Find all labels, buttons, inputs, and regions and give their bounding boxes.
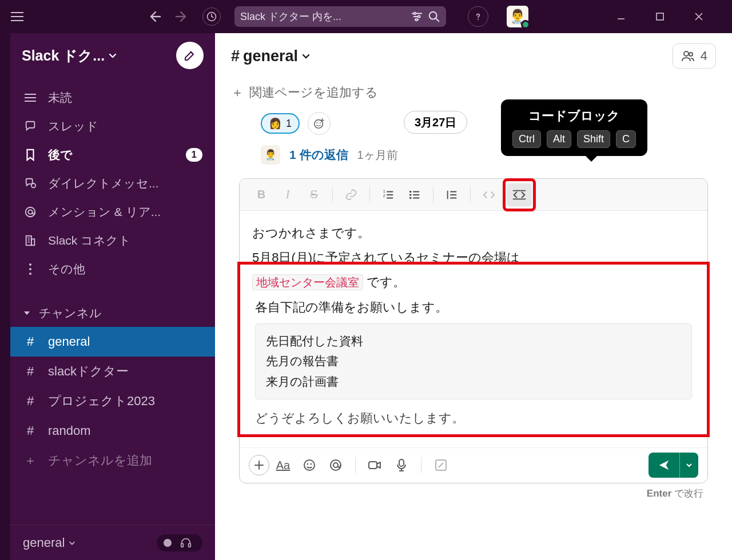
user-avatar[interactable]: 👨‍⚕️	[507, 6, 528, 27]
bullet-list-button[interactable]	[402, 183, 427, 206]
composer-textarea[interactable]: おつかれさまです。 5月8日(月)に予定されているセミナーの会場は 地域センター…	[240, 211, 707, 447]
bold-button[interactable]: B	[249, 183, 274, 206]
forward-button[interactable]	[169, 5, 194, 28]
svg-point-32	[333, 463, 338, 467]
svg-point-21	[316, 122, 317, 123]
back-button[interactable]	[142, 5, 167, 28]
toolbar-separator	[470, 187, 471, 203]
filter-icon[interactable]	[411, 10, 423, 23]
main-area: # general 4 ＋ 関連ページを追加する 👩 1	[215, 33, 732, 560]
channel-slackdoctor[interactable]: # slackドクター	[10, 357, 215, 386]
sidebar-item-unread[interactable]: 未読	[10, 83, 215, 112]
headphones-icon[interactable]	[180, 537, 197, 549]
svg-point-9	[28, 210, 32, 214]
date-divider[interactable]: 3月27日	[404, 111, 467, 134]
members-button[interactable]: 4	[673, 43, 716, 69]
formatting-toggle-button[interactable]: Aa	[270, 453, 296, 478]
code-block-button-highlight	[503, 178, 536, 211]
record-icon[interactable]	[162, 538, 180, 548]
chevron-down-icon	[68, 539, 76, 547]
reply-row[interactable]: 👨‍⚕️ 1 件の返信 1ヶ月前	[261, 145, 716, 165]
strike-button[interactable]: S	[301, 183, 327, 206]
search-placeholder: Slack ドクター 内を...	[240, 10, 406, 23]
sidebar-footer: general	[10, 525, 215, 560]
reply-link[interactable]: 1 件の返信	[289, 147, 348, 163]
svg-point-2	[418, 15, 420, 18]
svg-point-13	[29, 268, 31, 270]
channel-project2023[interactable]: # プロジェクト2023	[10, 386, 215, 416]
code-block: 先日配付した資料 先月の報告書 来月の計画書	[255, 323, 692, 399]
minimize-button[interactable]	[616, 12, 635, 21]
toolbar-separator	[355, 457, 356, 473]
channel-general[interactable]: # general	[10, 327, 215, 357]
close-button[interactable]	[694, 12, 713, 21]
mention-button[interactable]	[323, 453, 348, 478]
send-button[interactable]	[649, 453, 698, 478]
sidebar-item-mentions[interactable]: メンション & リア...	[10, 198, 215, 226]
svg-point-29	[307, 463, 309, 465]
emoji-button[interactable]	[297, 453, 322, 478]
help-button[interactable]	[468, 6, 488, 27]
composer-line: おつかれさまです。	[252, 221, 695, 246]
later-badge: 1	[186, 148, 202, 162]
ordered-list-button[interactable]: 12	[376, 183, 401, 206]
hash-icon: #	[231, 47, 240, 65]
svg-rect-10	[26, 236, 31, 246]
workspace-switcher[interactable]: Slack ドク...	[22, 46, 117, 65]
more-icon	[23, 263, 38, 275]
hamburger-button[interactable]	[6, 5, 29, 28]
channel-random[interactable]: # random	[10, 416, 215, 446]
svg-point-14	[29, 273, 31, 275]
footer-channel-switcher[interactable]: general	[23, 535, 76, 550]
inline-code-button[interactable]	[476, 183, 502, 206]
channel-header: # general 4	[215, 33, 732, 79]
window-controls	[616, 12, 726, 21]
sidebar-item-more[interactable]: その他	[10, 255, 215, 283]
history-button[interactable]	[202, 7, 221, 26]
channel-add[interactable]: ＋ チャンネルを追加	[10, 446, 215, 475]
key-shift: Shift	[577, 130, 610, 148]
sidebar-item-dms[interactable]: ダイレクトメッセ...	[10, 169, 215, 198]
code-block-button[interactable]	[507, 183, 532, 206]
svg-point-3	[415, 19, 417, 21]
dm-icon	[23, 177, 38, 190]
link-button[interactable]	[339, 183, 364, 206]
blockquote-button[interactable]	[439, 183, 464, 206]
send-options[interactable]	[679, 453, 698, 478]
svg-point-18	[684, 51, 689, 56]
audio-button[interactable]	[389, 453, 414, 478]
plus-icon: ＋	[23, 452, 38, 469]
svg-point-25	[409, 190, 412, 193]
search-box[interactable]: Slack ドクター 内を...	[234, 6, 446, 27]
reply-time: 1ヶ月前	[357, 147, 398, 163]
shortcuts-button[interactable]	[428, 453, 453, 478]
svg-point-7	[31, 183, 35, 187]
chevron-down-icon	[301, 51, 311, 61]
key-alt: Alt	[547, 130, 571, 148]
sidebar-item-threads[interactable]: スレッド	[10, 112, 215, 141]
svg-point-5	[478, 19, 479, 20]
toolbar-separator	[332, 187, 333, 203]
workspace-header: Slack ドク...	[10, 33, 215, 78]
sidebar-item-connect[interactable]: Slack コネクト	[10, 226, 215, 255]
reaction-pill[interactable]: 👩 1	[261, 113, 300, 134]
composer-actions: Aa	[240, 447, 707, 483]
compose-button[interactable]	[176, 42, 204, 69]
add-reaction-button[interactable]	[308, 112, 331, 135]
sidebar-item-later[interactable]: 後で 1	[10, 141, 215, 169]
video-button[interactable]	[363, 453, 388, 478]
code-block-tooltip: コードブロック Ctrl Alt Shift C	[501, 99, 647, 156]
maximize-button[interactable]	[655, 12, 674, 21]
add-attachment-button[interactable]	[249, 455, 269, 475]
svg-rect-6	[657, 13, 663, 20]
add-related-page[interactable]: ＋ 関連ページを追加する	[215, 79, 732, 106]
italic-button[interactable]: I	[275, 183, 300, 206]
svg-point-27	[409, 197, 412, 199]
toolbar-separator	[433, 187, 433, 203]
channels-section-header[interactable]: チャンネル	[10, 299, 215, 327]
left-rail	[0, 33, 10, 560]
channel-title-button[interactable]: # general	[231, 47, 311, 65]
inline-code-span: 地域センター会議室	[252, 274, 363, 290]
search-icon[interactable]	[428, 10, 440, 23]
nav-buttons	[142, 5, 226, 28]
